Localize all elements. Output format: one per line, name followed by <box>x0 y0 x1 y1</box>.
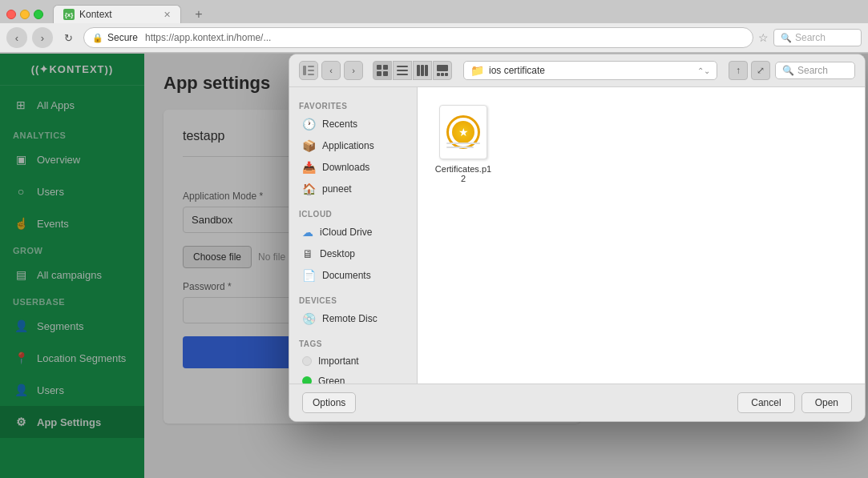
important-label: Important <box>318 355 359 367</box>
certificate-icon: ★ <box>439 105 487 159</box>
new-tab-button[interactable]: + <box>188 6 210 23</box>
applications-label: Applications <box>322 140 374 151</box>
desktop-icon: 🖥 <box>302 247 313 260</box>
dialog-share-button[interactable]: ↑ <box>729 61 748 80</box>
svg-rect-2 <box>308 70 314 71</box>
favorites-section: Favorites 🕐 Recents 📦 Applications 📥 Dow… <box>289 94 417 202</box>
devices-header: Devices <box>289 290 417 307</box>
svg-rect-16 <box>441 73 444 76</box>
dialog-sidebar: Favorites 🕐 Recents 📦 Applications 📥 Dow… <box>289 87 418 384</box>
green-label: Green <box>318 376 345 384</box>
svg-rect-3 <box>308 74 314 75</box>
back-button[interactable]: ‹ <box>6 27 27 48</box>
devices-section: Devices 💿 Remote Disc <box>289 288 417 331</box>
address-bar[interactable]: 🔒 Secure https://app.kontext.in/home/... <box>83 27 753 48</box>
dialog-bottom-bar: Options Cancel Open <box>289 384 865 421</box>
tags-section: Tags Important Green <box>289 331 417 384</box>
user-home-icon: 🏠 <box>302 183 316 195</box>
recents-icon: 🕐 <box>302 118 316 131</box>
svg-rect-15 <box>437 73 440 76</box>
icloud-header: iCloud <box>289 203 417 221</box>
green-tag-dot <box>302 376 312 384</box>
dialog-sidebar-downloads[interactable]: 📥 Downloads <box>293 157 414 178</box>
dialog-sidebar-icloud-drive[interactable]: ☁ iCloud Drive <box>293 222 414 243</box>
dialog-sidebar-desktop[interactable]: 🖥 Desktop <box>293 243 414 264</box>
dialog-cancel-button[interactable]: Cancel <box>737 392 794 413</box>
address-protocol: Secure <box>107 32 138 43</box>
dialog-search-icon: 🔍 <box>782 65 794 76</box>
dialog-sidebar-recents[interactable]: 🕐 Recents <box>293 114 414 135</box>
user-label: puneet <box>322 183 352 195</box>
gallery-view-button[interactable] <box>433 61 452 80</box>
remote-disc-icon: 💿 <box>302 312 316 325</box>
svg-rect-1 <box>308 66 314 67</box>
cert-seal: ★ <box>452 121 474 143</box>
dialog-open-button[interactable]: Open <box>801 392 852 413</box>
minimize-window-button[interactable] <box>20 10 30 19</box>
dialog-sidebar-user[interactable]: 🏠 puneet <box>293 179 414 199</box>
close-window-button[interactable] <box>6 10 16 19</box>
dialog-forward-button[interactable]: › <box>344 61 363 80</box>
location-chevron-icon: ⌃⌄ <box>697 66 710 75</box>
main-area: ((✦KONTEXT)) ⊞ All Apps Analytics ▣ Over… <box>0 54 868 478</box>
dialog-location-text: ios certificate <box>489 65 692 76</box>
file-thumbnail: ★ <box>438 103 489 161</box>
svg-rect-0 <box>303 66 306 75</box>
tab-close-button[interactable]: ✕ <box>164 10 171 20</box>
dialog-sidebar-green[interactable]: Green <box>293 372 414 384</box>
recents-label: Recents <box>322 118 357 130</box>
browser-chrome: {x} Kontext ✕ + ‹ › ↻ 🔒 Secure https://a… <box>0 0 868 54</box>
favorites-header: Favorites <box>289 95 417 113</box>
file-item-certificate[interactable]: ★ Certificates.p12 <box>427 97 499 190</box>
svg-rect-13 <box>425 65 428 76</box>
browser-tabs: {x} Kontext ✕ + <box>0 0 868 23</box>
maximize-window-button[interactable] <box>34 10 43 19</box>
browser-toolbar: ‹ › ↻ 🔒 Secure https://app.kontext.in/ho… <box>0 23 868 53</box>
icloud-section: iCloud ☁ iCloud Drive 🖥 Desktop 📄 Docume… <box>289 202 417 288</box>
view-options <box>373 61 452 80</box>
dialog-view-group: ‹ › <box>299 61 363 80</box>
dialog-options-button[interactable]: Options <box>302 392 356 413</box>
browser-search-icon: 🔍 <box>781 33 792 43</box>
dialog-files: ★ Certificates.p12 <box>418 87 865 384</box>
dialog-search[interactable]: 🔍 Search <box>775 62 855 79</box>
dialog-sidebar-applications[interactable]: 📦 Applications <box>293 135 414 156</box>
dialog-expand-button[interactable]: ⤢ <box>751 61 770 80</box>
svg-rect-5 <box>383 65 388 70</box>
bookmark-icon[interactable]: ☆ <box>758 31 769 44</box>
icloud-drive-label: iCloud Drive <box>320 227 372 238</box>
dialog-sidebar-important[interactable]: Important <box>293 351 414 371</box>
svg-rect-11 <box>417 65 420 76</box>
dialog-back-button[interactable]: ‹ <box>321 61 341 80</box>
forward-button[interactable]: › <box>32 27 53 48</box>
icon-view-button[interactable] <box>373 61 392 80</box>
applications-icon: 📦 <box>302 139 316 152</box>
dialog-sidebar-remote-disc[interactable]: 💿 Remote Disc <box>293 308 414 329</box>
dialog-location-bar[interactable]: 📁 ios certificate ⌃⌄ <box>463 61 717 80</box>
file-dialog: ‹ › <box>289 54 866 422</box>
svg-rect-9 <box>397 70 408 71</box>
active-tab[interactable]: {x} Kontext ✕ <box>53 5 181 23</box>
svg-rect-4 <box>377 65 382 70</box>
traffic-lights <box>6 10 43 19</box>
svg-rect-6 <box>377 71 382 76</box>
dialog-sidebar-toggle[interactable] <box>299 61 318 80</box>
dialog-body: Favorites 🕐 Recents 📦 Applications 📥 Dow… <box>289 87 865 384</box>
folder-icon: 📁 <box>470 64 484 77</box>
lock-icon: 🔒 <box>92 33 103 43</box>
dialog-sidebar-documents[interactable]: 📄 Documents <box>293 265 414 286</box>
dialog-toolbar: ‹ › <box>289 54 865 87</box>
downloads-label: Downloads <box>322 162 369 173</box>
svg-rect-7 <box>383 71 388 76</box>
tab-favicon: {x} <box>63 9 75 20</box>
downloads-icon: 📥 <box>302 161 316 174</box>
svg-rect-14 <box>437 65 448 71</box>
svg-rect-10 <box>397 74 408 75</box>
dialog-action-group: ↑ ⤢ <box>729 61 770 80</box>
remote-disc-label: Remote Disc <box>322 313 377 324</box>
dialog-backdrop: ‹ › <box>0 54 868 478</box>
browser-search[interactable]: 🔍 Search <box>773 29 862 46</box>
column-view-button[interactable] <box>413 61 432 80</box>
list-view-button[interactable] <box>393 61 412 80</box>
reload-button[interactable]: ↻ <box>58 27 79 48</box>
